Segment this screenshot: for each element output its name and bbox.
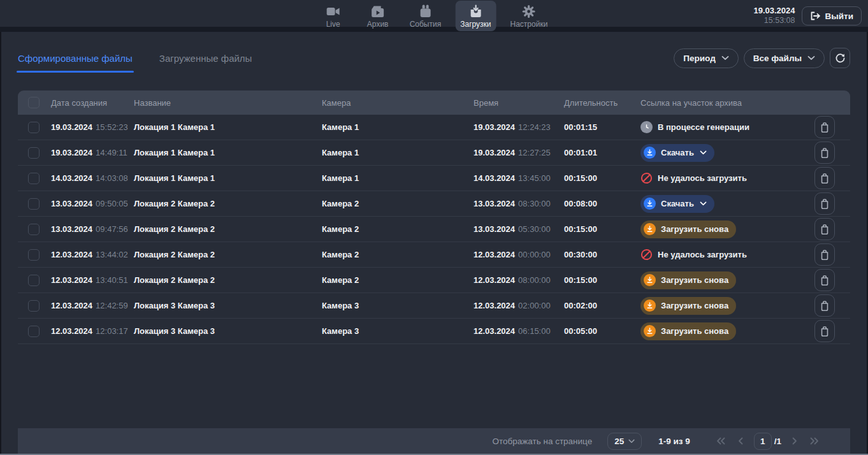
delete-button[interactable] bbox=[814, 269, 835, 291]
tab-downloaded-files[interactable]: Загруженные файлы bbox=[159, 37, 252, 79]
select-all-checkbox[interactable] bbox=[28, 97, 40, 108]
row-checkbox[interactable] bbox=[28, 249, 40, 261]
retry-download-button[interactable]: Загрузить снова bbox=[640, 297, 736, 315]
events-icon bbox=[417, 4, 433, 18]
nav-label: Загрузки bbox=[460, 20, 491, 28]
current-time: 15:53:08 bbox=[753, 16, 795, 26]
blocked-icon bbox=[640, 172, 653, 184]
nav-label: События bbox=[410, 20, 442, 28]
chevron-down-icon bbox=[628, 439, 635, 444]
camera-cell: Камера 2 bbox=[322, 199, 474, 208]
trash-icon bbox=[820, 147, 830, 159]
row-checkbox[interactable] bbox=[28, 147, 40, 159]
logout-label: Выйти bbox=[825, 11, 854, 21]
table-row: 12.03.2024 12:03:17 Локация 3 Камера 3 К… bbox=[18, 319, 850, 344]
filters: Период Все файлы bbox=[674, 48, 850, 68]
row-checkbox[interactable] bbox=[28, 122, 40, 133]
delete-button[interactable] bbox=[814, 192, 835, 215]
delete-button[interactable] bbox=[814, 243, 835, 266]
period-filter-label: Период bbox=[683, 54, 715, 63]
retry-download-button[interactable]: Загрузить снова bbox=[640, 271, 736, 289]
name-cell: Локация 1 Камера 1 bbox=[134, 122, 322, 132]
pagination-bar: Отображать на странице 25 1-9 из 9 1 /1 bbox=[18, 428, 850, 454]
camera-cell: Камера 2 bbox=[322, 224, 474, 234]
status-label: Загрузить снова bbox=[661, 224, 728, 234]
period-filter-button[interactable]: Период bbox=[674, 48, 738, 68]
time-cell: 13.03.2024 08:30:00 bbox=[474, 199, 564, 208]
topbar-right: 19.03.2024 15:53:08 Выйти bbox=[753, 0, 862, 32]
row-checkbox[interactable] bbox=[28, 173, 40, 184]
nav-item-downloads[interactable]: Загрузки bbox=[455, 1, 496, 31]
pagination-range: 1-9 из 9 bbox=[658, 437, 690, 446]
download-button[interactable]: Скачать bbox=[640, 195, 714, 213]
row-checkbox[interactable] bbox=[28, 326, 40, 337]
table-row: 12.03.2024 12:42:59 Локация 3 Камера 3 К… bbox=[18, 293, 850, 319]
current-page-input[interactable]: 1 bbox=[754, 433, 772, 450]
nav-item-settings[interactable]: Настройки bbox=[505, 1, 553, 31]
camera-cell: Камера 1 bbox=[322, 173, 474, 183]
delete-button[interactable] bbox=[814, 116, 835, 138]
archive-link-cell: В процессе генерации В процессе генераци… bbox=[640, 121, 799, 133]
camera-cell: Камера 2 bbox=[322, 275, 474, 285]
status-error: Не удалось загрузить bbox=[640, 249, 747, 261]
delete-button[interactable] bbox=[814, 294, 835, 317]
download-icon bbox=[644, 300, 656, 312]
time-cell: 12.03.2024 00:00:00 bbox=[474, 250, 564, 259]
nav-item-live[interactable]: Live bbox=[315, 1, 351, 31]
delete-button[interactable] bbox=[814, 320, 835, 342]
blocked-icon bbox=[640, 249, 653, 261]
time-cell: 12.03.2024 02:00:00 bbox=[474, 301, 564, 310]
archive-link-cell: Загрузить снова Загрузить снова bbox=[640, 322, 799, 340]
delete-button[interactable] bbox=[814, 218, 835, 240]
status-label: В процессе генерации bbox=[658, 122, 749, 132]
column-header-created: Дата создания bbox=[51, 98, 134, 108]
row-checkbox[interactable] bbox=[28, 224, 40, 235]
duration-cell: 00:08:00 bbox=[564, 199, 640, 208]
row-checkbox[interactable] bbox=[28, 300, 40, 312]
nav-item-archive[interactable]: Архив bbox=[360, 1, 396, 31]
duration-cell: 00:30:00 bbox=[564, 250, 640, 259]
per-page-select[interactable]: 25 bbox=[607, 433, 642, 450]
retry-download-button[interactable]: Загрузить снова bbox=[640, 322, 736, 340]
camera-cell: Камера 3 bbox=[322, 326, 474, 336]
last-page-button[interactable] bbox=[808, 436, 821, 446]
download-box-icon bbox=[468, 4, 483, 18]
row-checkbox[interactable] bbox=[28, 275, 40, 286]
created-cell: 12.03.2024 13:44:02 bbox=[51, 250, 134, 259]
download-button[interactable]: Скачать bbox=[640, 144, 714, 162]
created-cell: 12.03.2024 12:03:17 bbox=[51, 326, 134, 336]
row-checkbox[interactable] bbox=[28, 198, 40, 210]
download-icon bbox=[644, 223, 656, 235]
files-filter-label: Все файлы bbox=[753, 54, 802, 63]
clock: 19.03.2024 15:53:08 bbox=[753, 6, 795, 26]
files-filter-button[interactable]: Все файлы bbox=[744, 48, 825, 68]
first-page-button[interactable] bbox=[714, 436, 727, 446]
archive-link-cell: Загрузить снова Загрузить снова bbox=[640, 220, 799, 238]
retry-download-button[interactable]: Загрузить снова bbox=[640, 220, 736, 238]
status-label: Не удалось загрузить bbox=[658, 173, 747, 183]
duration-cell: 00:01:01 bbox=[564, 148, 640, 157]
column-header-link: Ссылка на участок архива bbox=[640, 98, 799, 108]
name-cell: Локация 1 Камера 1 bbox=[134, 148, 322, 157]
per-page-value: 25 bbox=[614, 437, 624, 446]
archive-link-cell: Загрузить снова Загрузить снова bbox=[640, 271, 799, 289]
table-header: Дата создания Название Камера Время Длит… bbox=[18, 90, 850, 115]
duration-cell: 00:15:00 bbox=[564, 173, 640, 183]
duration-cell: 00:02:00 bbox=[564, 301, 640, 310]
prev-page-button[interactable] bbox=[736, 436, 745, 446]
nav-item-events[interactable]: События bbox=[405, 1, 447, 31]
delete-button[interactable] bbox=[814, 141, 835, 164]
nav-label: Live bbox=[326, 20, 340, 28]
trash-icon bbox=[820, 326, 830, 337]
video-camera-icon bbox=[326, 4, 341, 18]
column-header-camera: Камера bbox=[322, 98, 474, 108]
tab-label: Сформированные файлы bbox=[18, 53, 133, 64]
next-page-button[interactable] bbox=[790, 436, 799, 446]
archive-link-cell: Скачать Скачать bbox=[640, 195, 799, 213]
nav-label: Настройки bbox=[510, 20, 548, 28]
refresh-button[interactable] bbox=[830, 48, 850, 68]
delete-button[interactable] bbox=[814, 167, 835, 189]
logout-button[interactable]: Выйти bbox=[802, 6, 862, 25]
tab-generated-files[interactable]: Сформированные файлы bbox=[18, 37, 133, 79]
table-row: 12.03.2024 13:40:51 Локация 2 Камера 2 К… bbox=[18, 268, 850, 293]
